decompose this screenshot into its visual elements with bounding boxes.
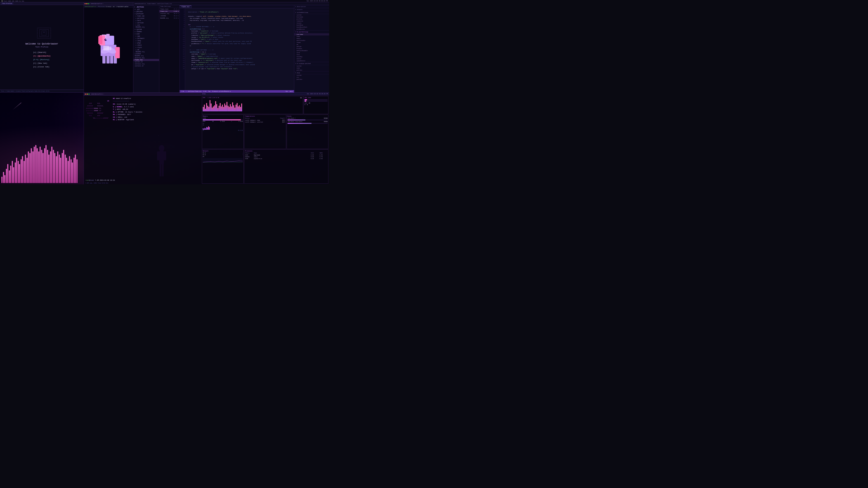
tree-style[interactable]: ▸ style bbox=[133, 46, 159, 48]
outline-fontpkg[interactable]: fontPkg bbox=[294, 56, 329, 58]
btop-disk-2: /dev/dm-0 /nix/store503GB bbox=[287, 121, 328, 123]
nf-packages: 3577 bbox=[127, 113, 131, 116]
cpu-bar bbox=[207, 106, 208, 111]
outline-bootmode[interactable]: bootMode bbox=[294, 24, 329, 26]
cpu-bar bbox=[228, 106, 228, 111]
outline-editor[interactable]: editor bbox=[294, 58, 329, 60]
outline-dotfilesdir[interactable]: dotfilesDir bbox=[294, 39, 329, 41]
tree-readme-profiles[interactable]: README.org bbox=[133, 26, 159, 28]
btop-lower-grid: Memory 100% RAM:955.7GiB/2.0GiB 0s 0s bbox=[202, 115, 329, 184]
imgv-canvas bbox=[84, 8, 133, 93]
tree-user[interactable]: ▾ user bbox=[133, 33, 159, 35]
outline-system[interactable]: system bbox=[294, 14, 329, 16]
file-list-flakelock[interactable]: flake.lock27.5 k bbox=[159, 8, 180, 10]
file-list-readme[interactable]: README.org14.8 k bbox=[159, 17, 180, 19]
wave-bar bbox=[50, 151, 51, 183]
tree-profiles[interactable]: ▾ profiles bbox=[133, 13, 159, 15]
outline-nix-name[interactable]: name bbox=[294, 67, 329, 69]
outline-pkgs-system[interactable]: system bbox=[294, 74, 329, 76]
outline-profile[interactable]: profile bbox=[294, 18, 329, 20]
tree-work[interactable]: ▸ work bbox=[133, 20, 159, 22]
outline-wm[interactable]: wm bbox=[294, 43, 329, 46]
outline-wmtype[interactable]: wmType bbox=[294, 46, 329, 48]
tree-themes[interactable]: ▸ themes bbox=[133, 31, 159, 33]
tree-readme-user[interactable]: README.org bbox=[133, 51, 159, 53]
btop-proc-3: 3186 pipewire-pu 0.15 0.1% bbox=[245, 158, 328, 160]
wave-bar bbox=[12, 161, 13, 183]
outline-hostname[interactable]: hostname bbox=[294, 16, 329, 18]
btop-cpu-pct: 11 bbox=[300, 97, 302, 99]
outline-pkgs-patches[interactable]: patches bbox=[294, 78, 329, 80]
tree-license[interactable]: LICENSE bbox=[133, 53, 159, 55]
qb-menu-search[interactable]: [o] [Search] bbox=[33, 51, 51, 54]
tree-git[interactable]: ▸ .git bbox=[133, 8, 159, 10]
outline-nix-patches[interactable]: patches bbox=[294, 69, 329, 71]
outline-grubdevice[interactable]: grubDevice bbox=[294, 28, 329, 30]
neofetch-ascii: WE /// \\\ ////// \\\\\\ ////////#### \\… bbox=[86, 97, 110, 177]
tree-install-org[interactable]: install.org bbox=[133, 63, 159, 65]
btop-temps-section: Temperatures DeviceTemp(F) card0 (amdgpu… bbox=[244, 115, 286, 149]
tree-worklab[interactable]: ▸ worklab bbox=[133, 22, 159, 24]
editor-status-lang: Nix bbox=[286, 91, 288, 92]
btop-temp-2: card0 (amdgpu): junction58°C bbox=[245, 121, 285, 123]
wave-bar bbox=[54, 153, 55, 183]
tree-wm[interactable]: ▸ wm bbox=[133, 48, 159, 51]
tree-pkgs[interactable]: ▸ pkgs bbox=[133, 42, 159, 44]
outline-theme[interactable]: theme bbox=[294, 41, 329, 43]
tree-harden[interactable]: harden.sh bbox=[133, 61, 159, 63]
qb-tab-active[interactable]: Tech Profile bbox=[1, 2, 13, 4]
outline-email[interactable]: email bbox=[294, 37, 329, 39]
qb-menu-closetab[interactable]: [x] [Close tab] bbox=[33, 65, 51, 69]
tree-patches[interactable]: ▸ patches bbox=[133, 10, 159, 13]
tree-shell[interactable]: ▸ shell bbox=[133, 44, 159, 46]
tree-app[interactable]: ▸ app bbox=[133, 35, 159, 37]
tree-system[interactable]: ▸ system bbox=[133, 28, 159, 31]
outline-bootmountpath[interactable]: bootMountPath bbox=[294, 26, 329, 28]
cpu-bar bbox=[205, 109, 206, 111]
tree-hardware[interactable]: ▸ hardware bbox=[133, 37, 159, 39]
file-list-flakenix[interactable]: flake.nix2.26 k bbox=[159, 10, 180, 12]
outline-font[interactable]: font bbox=[294, 54, 329, 56]
qb-menu-quickmarks[interactable]: [b] [Quickmarks] bbox=[33, 54, 51, 58]
file-list-installorg[interactable]: install.org10.6 k bbox=[159, 12, 180, 15]
tree-wsl[interactable]: ▸ wsl bbox=[133, 24, 159, 26]
tree-flake-nix[interactable]: flake.nix bbox=[133, 59, 159, 61]
outline-nix-system[interactable]: system bbox=[294, 65, 329, 67]
cpu-bar bbox=[216, 104, 217, 111]
outline-term[interactable]: term bbox=[294, 52, 329, 54]
tree-root: ▾ .dotfiles bbox=[133, 6, 159, 8]
tree-personal[interactable]: ▸ personal bbox=[133, 17, 159, 20]
outline-browser[interactable]: browser bbox=[294, 48, 329, 50]
fm-path: emmet@snowfire /home/emmet/.dotfiles/fla… bbox=[134, 3, 172, 4]
tree-readme-root[interactable]: README.org bbox=[133, 55, 159, 57]
outline-pkgs-src[interactable]: src bbox=[294, 76, 329, 78]
qb-menu-history[interactable]: [S h] [History] bbox=[33, 58, 51, 61]
tree-desktop-png[interactable]: desktop.png bbox=[133, 57, 159, 59]
term-body[interactable]: WE /// \\\ ////// \\\\\\ ////////#### \\… bbox=[84, 96, 201, 179]
btop-mem-pct: 100% bbox=[203, 118, 243, 119]
btop-proc-label: Processes bbox=[245, 150, 328, 152]
btop-cpu-row: CPU - 1.53 1.14 0.78 11 CPU like AVG: bbox=[202, 96, 329, 114]
file-list-license[interactable]: LICENSE34.2 k bbox=[159, 15, 180, 17]
wave-bar bbox=[9, 170, 10, 183]
qb-menu-newtab[interactable]: [t] [New tab] bbox=[33, 61, 51, 65]
btop-disk-bar-1 bbox=[287, 120, 328, 121]
tree-lang[interactable]: ▸ lang bbox=[133, 39, 159, 42]
wave-bar bbox=[16, 158, 17, 183]
nf-shell: zsh bbox=[124, 116, 127, 118]
wave-bar bbox=[70, 159, 72, 183]
dot-y bbox=[86, 3, 88, 4]
editor-tab-flakenix[interactable]: flake.nix bbox=[180, 5, 191, 8]
tree-homelab[interactable]: ▸ home.lab bbox=[133, 15, 159, 17]
topright-area: emmet@snowfire:~ emmet@snowfire:~/Pictur… bbox=[84, 2, 329, 93]
outline-username[interactable]: username bbox=[294, 33, 329, 35]
outline-systemsettings-header: ▾ systemSettings bbox=[294, 11, 329, 14]
outline-spawneditor[interactable]: spawnEditor bbox=[294, 60, 329, 62]
code-text[interactable]: description = "Flake of LibrePhoenix"; o… bbox=[185, 8, 294, 90]
outline-name[interactable]: name bbox=[294, 35, 329, 37]
svg-point-17 bbox=[159, 145, 164, 151]
outline-defaultroamdir[interactable]: defaultRoamDir bbox=[294, 50, 329, 52]
outline-locale[interactable]: locale bbox=[294, 22, 329, 24]
tree-install-sh[interactable]: install.sh bbox=[133, 65, 159, 67]
outline-timezone[interactable]: timezone bbox=[294, 20, 329, 22]
